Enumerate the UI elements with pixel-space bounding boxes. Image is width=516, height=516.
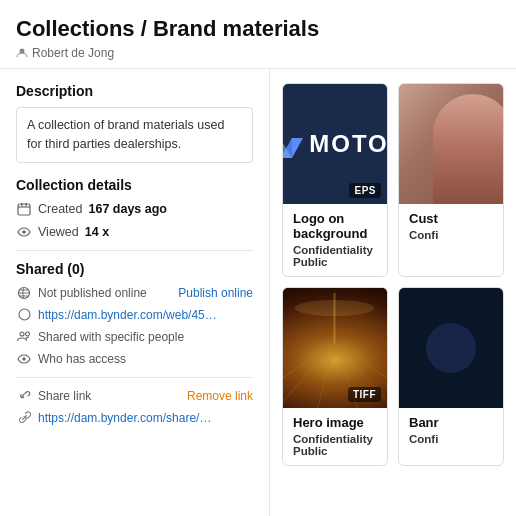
share-link-label: Share link: [38, 389, 91, 403]
who-access-label: Who has access: [38, 352, 126, 366]
card-logo-meta: Confidentiality Public: [293, 244, 377, 268]
share-url-row: https://dam.bynder.com/share/F9EB5740-6F…: [16, 410, 253, 426]
link2-icon: [16, 410, 32, 426]
card-badge-tiff: TIFF: [348, 387, 381, 402]
card-banner-name: Banr: [409, 415, 493, 430]
created-value: 167 days ago: [88, 202, 167, 216]
person-icon: [16, 47, 28, 59]
card-banner-meta: Confi: [409, 433, 493, 445]
card-customer-name: Cust: [409, 211, 493, 226]
people-icon: [16, 329, 32, 345]
eye-small-icon: [16, 351, 32, 367]
page: Collections / Brand materials Robert de …: [0, 0, 516, 516]
card-badge-eps: EPS: [349, 183, 381, 198]
svg-rect-2: [21, 203, 23, 206]
who-access-row: Who has access: [16, 351, 253, 367]
not-published-label: Not published online: [38, 286, 147, 300]
description-text: A collection of brand materials used for…: [16, 107, 253, 163]
globe-icon: [16, 285, 32, 301]
publish-online-link[interactable]: Publish online: [178, 286, 253, 300]
divider-1: [16, 250, 253, 251]
shared-title: Shared (0): [16, 261, 253, 277]
description-title: Description: [16, 83, 253, 99]
svg-point-4: [22, 230, 26, 234]
card-hero: TIFF Hero image Confidentiality Public: [282, 287, 388, 466]
header: Collections / Brand materials Robert de …: [0, 0, 516, 69]
author-row: Robert de Jong: [16, 46, 500, 60]
content-grid: MOTO EPS Logo on background Confidential…: [270, 69, 516, 516]
dam-url[interactable]: https://dam.bynder.com/web/45a70eb00bbc4…: [38, 308, 218, 322]
card-customer-thumb: [399, 84, 503, 204]
calendar-icon: [16, 201, 32, 217]
svg-point-7: [20, 332, 24, 336]
share-link-row: Share link Remove link: [16, 388, 253, 404]
banner-dark-icon: [421, 318, 481, 378]
shared-people-row: Shared with specific people: [16, 329, 253, 345]
moto-triangle-icon: [283, 130, 303, 158]
card-banner-thumb: [399, 288, 503, 408]
page-title: Collections / Brand materials: [16, 16, 500, 42]
link-icon: [16, 307, 32, 323]
card-banner: Banr Confi: [398, 287, 504, 466]
moto-text-label: MOTO: [309, 130, 387, 158]
card-logo-name: Logo on background: [293, 211, 377, 241]
card-customer-meta: Confi: [409, 229, 493, 241]
svg-rect-3: [26, 203, 28, 206]
banner-image: [399, 288, 503, 408]
customer-image: [399, 84, 503, 204]
card-banner-info: Banr Confi: [399, 408, 503, 453]
card-customer: Cust Confi: [398, 83, 504, 277]
dam-url-row: https://dam.bynder.com/web/45a70eb00bbc4…: [16, 307, 253, 323]
divider-2: [16, 377, 253, 378]
svg-point-8: [25, 332, 29, 336]
viewed-label: Viewed: [38, 225, 79, 239]
card-logo-info: Logo on background Confidentiality Publi…: [283, 204, 387, 276]
not-published-row: Not published online Publish online: [16, 285, 253, 301]
shared-with-label: Shared with specific people: [38, 330, 184, 344]
eye-icon: [16, 224, 32, 240]
sidebar: Description A collection of brand materi…: [0, 69, 270, 516]
moto-logo: MOTO: [283, 130, 387, 158]
viewed-row: Viewed 14 x: [16, 224, 253, 240]
svg-point-22: [426, 323, 476, 373]
card-customer-info: Cust Confi: [399, 204, 503, 249]
remove-link-action[interactable]: Remove link: [187, 389, 253, 403]
card-logo-thumb: MOTO EPS: [283, 84, 387, 204]
card-hero-meta: Confidentiality Public: [293, 433, 377, 457]
card-hero-name: Hero image: [293, 415, 377, 430]
created-row: Created 167 days ago: [16, 201, 253, 217]
svg-point-9: [22, 357, 25, 360]
card-logo-bg: MOTO EPS Logo on background Confidential…: [282, 83, 388, 277]
author-name: Robert de Jong: [32, 46, 114, 60]
main-content: Description A collection of brand materi…: [0, 69, 516, 516]
svg-rect-1: [18, 204, 30, 215]
person-silhouette: [433, 94, 503, 204]
share-url[interactable]: https://dam.bynder.com/share/F9EB5740-6F…: [38, 411, 218, 425]
card-hero-thumb: TIFF: [283, 288, 387, 408]
chain-icon: [16, 388, 32, 404]
svg-point-6: [19, 309, 30, 320]
details-title: Collection details: [16, 177, 253, 193]
created-label: Created: [38, 202, 82, 216]
card-hero-info: Hero image Confidentiality Public: [283, 408, 387, 465]
viewed-value: 14 x: [85, 225, 109, 239]
